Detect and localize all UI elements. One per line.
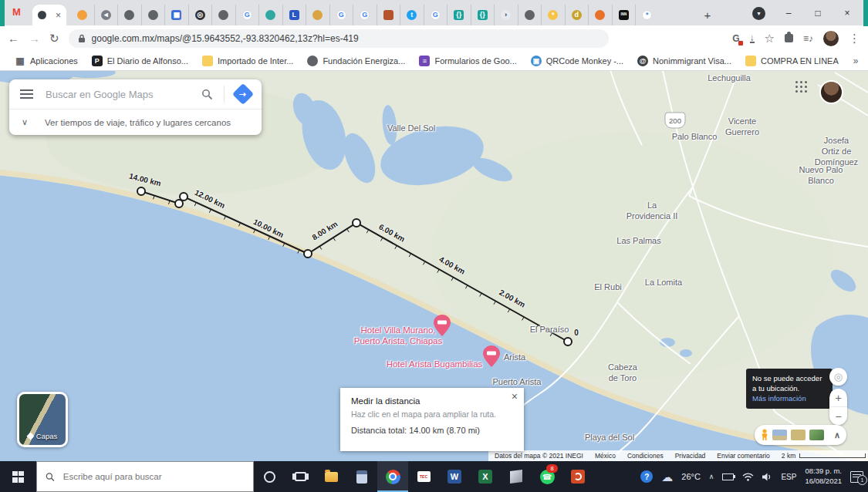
task-view-taskbar-icon[interactable] xyxy=(285,461,316,492)
google-apps-grid-icon[interactable] xyxy=(795,81,807,93)
tab-gear[interactable]: * xyxy=(635,5,659,25)
bookmark-item-3[interactable]: Fundación Energiza... xyxy=(300,56,412,66)
maps-search-input[interactable] xyxy=(44,88,191,101)
tab-d[interactable]: d xyxy=(565,5,589,25)
tab-calendar[interactable]: ▦ xyxy=(164,5,188,25)
tab-blue-l[interactable]: L xyxy=(282,5,306,25)
weather-cloud-icon[interactable]: ☁ xyxy=(661,471,673,483)
tab-google-3[interactable]: G xyxy=(353,5,377,25)
battery-icon[interactable] xyxy=(722,473,734,480)
tec-taskbar-icon[interactable]: TEC xyxy=(408,461,439,492)
minimize-button[interactable]: – xyxy=(774,8,803,19)
tab-globe-2[interactable] xyxy=(141,5,165,25)
tab-twitter[interactable]: t xyxy=(400,5,424,25)
imagery-thumb-3[interactable] xyxy=(809,430,824,440)
attribution-link[interactable]: Enviar comentario xyxy=(717,452,770,460)
profile-avatar[interactable] xyxy=(823,31,839,46)
reload-button[interactable]: ↻ xyxy=(49,32,59,44)
tab-globe-3[interactable] xyxy=(211,5,235,25)
excel-taskbar-icon[interactable]: X xyxy=(470,461,501,492)
help-icon[interactable]: ? xyxy=(640,470,653,483)
bookmark-item-4[interactable]: ≡Formularios de Goo... xyxy=(412,56,523,66)
maximize-button[interactable]: □ xyxy=(803,8,833,19)
close-icon[interactable]: × xyxy=(512,390,518,403)
reading-list-icon[interactable]: ≡♪ xyxy=(803,34,813,43)
whatsapp-taskbar-icon[interactable]: ☎8 xyxy=(532,461,562,492)
chrome-taskbar-icon[interactable] xyxy=(377,461,408,492)
pegman-icon[interactable] xyxy=(761,429,768,441)
zoom-out-button[interactable]: − xyxy=(829,407,847,425)
tab-swoosh[interactable]: ◗ xyxy=(494,5,518,25)
tab-teal[interactable] xyxy=(258,5,282,25)
directions-icon[interactable]: ➝ xyxy=(232,83,254,105)
bookmarks-overflow-icon[interactable]: » xyxy=(846,56,866,66)
tab-target[interactable]: ◎ xyxy=(188,5,212,25)
language-indicator[interactable]: ESP xyxy=(781,473,796,481)
tab-braces-1[interactable]: {} xyxy=(447,5,471,25)
download-icon[interactable]: ↓ xyxy=(750,34,755,43)
file-explorer-taskbar-icon[interactable] xyxy=(316,461,346,492)
tab-gold[interactable] xyxy=(306,5,329,25)
bookmark-item-0[interactable]: ▦Aplicaciones xyxy=(8,56,85,66)
bookmark-item-1[interactable]: PEl Diario de Alfonso... xyxy=(85,56,195,66)
powerpoint-taskbar-icon[interactable] xyxy=(562,461,593,492)
account-avatar[interactable] xyxy=(821,82,842,103)
more-info-link[interactable]: Más información xyxy=(752,394,806,403)
menu-hamburger-icon[interactable] xyxy=(20,93,33,95)
zoom-in-button[interactable]: + xyxy=(829,389,847,407)
menu-dots-icon[interactable]: ⋮ xyxy=(849,32,860,44)
collapse-chevron-icon[interactable]: ∧ xyxy=(834,430,840,440)
hotel-pin-icon-1[interactable] xyxy=(483,345,500,370)
tab-redbrown[interactable] xyxy=(377,5,400,25)
map-canvas[interactable]: San Antonio LechuguillaVicente GuerreroP… xyxy=(0,71,868,461)
tab-audio[interactable]: ◄ xyxy=(94,5,118,25)
bookmark-item-2[interactable]: Importado de Inter... xyxy=(195,56,300,66)
bookmark-item-5[interactable]: ▣QRCode Monkey -... xyxy=(524,56,630,66)
travel-times-row[interactable]: ∨ Ver tiempos de viaje, tráfico y lugare… xyxy=(9,109,262,135)
calculator-taskbar-icon[interactable] xyxy=(346,461,377,492)
tab-inn[interactable]: INN xyxy=(612,5,636,25)
bookmark-star-icon[interactable]: ☆ xyxy=(765,32,775,44)
imagery-thumb-1[interactable] xyxy=(772,430,787,440)
bookmark-item-7[interactable]: COMPRA EN LINEA xyxy=(738,56,846,66)
tab-flame[interactable] xyxy=(588,5,612,25)
new-tab-button[interactable]: + xyxy=(698,6,717,25)
extensions-icon[interactable] xyxy=(785,34,793,42)
tray-expand-chevron[interactable]: ∧ xyxy=(709,473,714,480)
gmail-pinned-tab[interactable]: M xyxy=(12,6,21,18)
tab-sun[interactable]: * xyxy=(541,5,565,25)
attribution-link[interactable]: México xyxy=(595,452,616,460)
taskbar-clock[interactable]: 08:39 p. m. 16/08/2021 xyxy=(805,467,842,487)
imagery-thumb-2[interactable] xyxy=(791,430,806,440)
tab-google-2[interactable]: G xyxy=(329,5,353,25)
speaker-icon[interactable] xyxy=(762,473,772,481)
tab-google-4[interactable]: G xyxy=(424,5,448,25)
tab-globe-4[interactable] xyxy=(518,5,542,25)
tab-globe-1[interactable] xyxy=(117,5,141,25)
word-taskbar-icon[interactable]: W xyxy=(439,461,470,492)
forward-button[interactable]: → xyxy=(29,32,40,44)
hotel-pin-icon-0[interactable] xyxy=(434,315,451,339)
address-bar[interactable]: google.com.mx/maps/@15.9643552,-93.83204… xyxy=(69,29,609,48)
active-tab[interactable]: × xyxy=(32,5,66,25)
taskbar-search[interactable] xyxy=(36,461,254,492)
wifi-icon[interactable] xyxy=(742,473,754,481)
action-center-icon[interactable]: 1 xyxy=(850,471,863,483)
attribution-link[interactable]: Condiciones xyxy=(627,452,664,460)
my-location-button[interactable]: ◎ xyxy=(829,368,847,386)
cortana-taskbar-icon[interactable] xyxy=(254,461,285,492)
gray-app-taskbar-icon[interactable] xyxy=(501,461,532,492)
attribution-link[interactable]: Privacidad xyxy=(675,452,706,460)
bookmark-item-6[interactable]: @Nonimmigrant Visa... xyxy=(630,56,738,66)
start-button[interactable] xyxy=(0,461,36,492)
tab-orange[interactable] xyxy=(71,5,94,25)
back-button[interactable]: ← xyxy=(8,32,19,44)
layers-button[interactable]: Capas xyxy=(17,392,68,447)
tab-braces-2[interactable]: {} xyxy=(471,5,495,25)
search-icon[interactable] xyxy=(201,89,213,100)
taskbar-search-input[interactable] xyxy=(62,471,245,482)
close-button[interactable]: × xyxy=(833,8,862,19)
tab-google-1[interactable]: G xyxy=(235,5,259,25)
weather-temp[interactable]: 26°C xyxy=(681,472,701,481)
translate-icon[interactable]: G xyxy=(732,33,739,44)
